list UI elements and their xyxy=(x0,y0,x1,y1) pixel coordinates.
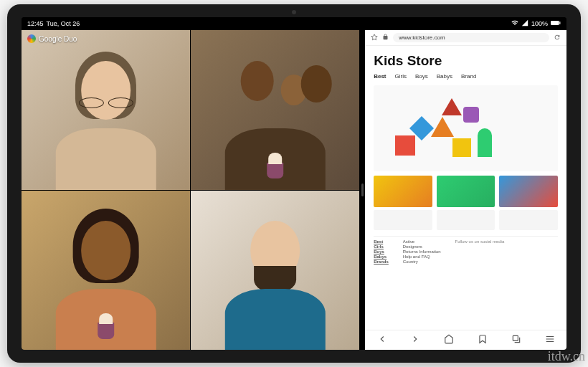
footer-link[interactable]: Designers xyxy=(403,244,441,249)
nav-tabs-icon[interactable] xyxy=(511,334,521,347)
svg-rect-2 xyxy=(513,335,518,340)
footer-link[interactable]: Girls xyxy=(374,244,389,249)
footer-link[interactable]: Returns Information xyxy=(403,249,441,254)
svg-rect-0 xyxy=(551,21,559,25)
nav-menu-icon[interactable] xyxy=(545,334,555,347)
browser-bottom-nav xyxy=(365,330,566,350)
social-label: Follow us on social media xyxy=(455,239,505,244)
svg-rect-1 xyxy=(559,22,560,24)
video-participant-1[interactable] xyxy=(22,30,190,190)
screen: 12:45 Tue, Oct 26 100% Goog xyxy=(22,17,566,350)
status-date: Tue, Oct 26 xyxy=(47,20,80,27)
website-content: Kids Store Best Girls Boys Babys Brand xyxy=(365,46,566,330)
nav-forward-icon[interactable] xyxy=(410,334,420,347)
url-field[interactable] xyxy=(393,33,549,42)
footer-link[interactable]: Boys xyxy=(374,249,389,254)
product-row-2 xyxy=(374,210,558,230)
tab-brand[interactable]: Brand xyxy=(461,73,476,80)
product-thumb[interactable] xyxy=(374,210,432,230)
google-duo-icon xyxy=(27,34,36,43)
product-thumb[interactable] xyxy=(437,210,495,230)
status-time: 12:45 xyxy=(27,20,44,27)
footer-link[interactable]: Active xyxy=(403,239,441,244)
footer-link[interactable]: Best xyxy=(374,239,389,244)
product-thumb[interactable] xyxy=(499,176,558,207)
product-thumb[interactable] xyxy=(374,176,432,207)
hero-product-image[interactable] xyxy=(374,85,558,171)
refresh-icon[interactable] xyxy=(554,34,561,42)
video-call-pane[interactable]: Google Duo xyxy=(22,30,359,350)
front-camera xyxy=(292,10,296,14)
footer-link[interactable]: Brands xyxy=(374,259,389,264)
tab-boys[interactable]: Boys xyxy=(415,73,428,80)
video-participant-3[interactable] xyxy=(22,191,190,351)
video-app-name: Google Duo xyxy=(39,35,77,43)
battery-pct: 100% xyxy=(531,20,548,27)
split-screen-content: Google Duo xyxy=(22,30,566,350)
watermark: itdw.cn xyxy=(548,349,585,364)
footer-link[interactable]: Country xyxy=(403,259,441,264)
favorite-icon[interactable] xyxy=(371,34,378,42)
wifi-icon xyxy=(511,19,518,28)
signal-icon xyxy=(521,19,528,28)
tab-best[interactable]: Best xyxy=(374,73,386,80)
tab-babys[interactable]: Babys xyxy=(437,73,452,80)
lock-icon xyxy=(382,34,389,42)
product-thumb[interactable] xyxy=(437,176,495,207)
tab-girls[interactable]: Girls xyxy=(395,73,407,80)
nav-home-icon[interactable] xyxy=(444,334,454,347)
product-thumb[interactable] xyxy=(499,210,558,230)
site-footer: Best Girls Boys Babys Brands Active Desi… xyxy=(374,236,558,264)
product-row-1 xyxy=(374,176,558,207)
split-divider-handle[interactable] xyxy=(361,30,364,350)
video-participant-2[interactable] xyxy=(191,30,359,190)
status-bar: 12:45 Tue, Oct 26 100% xyxy=(22,17,566,30)
battery-icon xyxy=(551,20,561,27)
category-tabs: Best Girls Boys Babys Brand xyxy=(374,73,558,80)
tablet-device: 12:45 Tue, Oct 26 100% Goog xyxy=(7,4,581,363)
video-app-label: Google Duo xyxy=(27,34,77,43)
browser-url-bar xyxy=(365,30,566,46)
video-participant-4[interactable] xyxy=(191,191,359,351)
browser-pane: Kids Store Best Girls Boys Babys Brand xyxy=(365,30,566,350)
nav-bookmark-icon[interactable] xyxy=(478,334,488,347)
footer-link[interactable]: Babys xyxy=(374,254,389,259)
nav-back-icon[interactable] xyxy=(377,334,387,347)
site-title: Kids Store xyxy=(374,53,558,69)
footer-link[interactable]: Help and FAQ xyxy=(403,254,441,259)
